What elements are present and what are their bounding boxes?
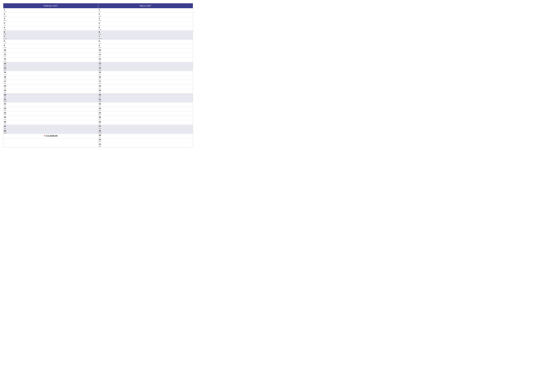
- day-label: 31MER: [99, 143, 104, 147]
- day-row: 6SAB: [98, 31, 193, 35]
- day-label: 23MAR: [4, 107, 9, 111]
- day-number: 11: [4, 53, 9, 56]
- day-label: 27SAB: [99, 125, 104, 129]
- day-number: 9: [99, 44, 104, 47]
- day-row: 10MER: [3, 49, 98, 53]
- day-row: 4GIO: [98, 22, 193, 26]
- month-section-mar2027: Marzo 20271LUN2MAR3MER4GIO5VEN6SAB7DOM8L…: [98, 3, 193, 147]
- day-name: MER: [99, 146, 104, 147]
- day-row: 27SAB: [3, 125, 98, 129]
- day-row: 29LUN: [98, 134, 193, 138]
- day-number: 17: [99, 80, 104, 83]
- day-label: 13SAB: [99, 63, 104, 66]
- day-number: 3: [99, 18, 104, 20]
- day-label: 7DOM: [4, 36, 9, 39]
- day-name: LUN: [4, 43, 9, 44]
- day-label: 28DOM: [4, 130, 9, 133]
- day-number: 1: [99, 8, 104, 11]
- day-label: 3MER: [4, 18, 9, 21]
- day-label: 17MER: [99, 80, 104, 84]
- day-number: 20: [99, 94, 104, 96]
- day-row: 10MER: [98, 49, 193, 53]
- day-label: 8LUN: [99, 40, 104, 44]
- day-row: 21DOM: [3, 98, 98, 102]
- day-name: DOM: [99, 132, 104, 133]
- day-label: 23MAR: [99, 107, 104, 111]
- day-number: 29: [99, 134, 104, 136]
- day-label: 24MER: [99, 112, 104, 115]
- day-name: LUN: [99, 137, 104, 138]
- day-label: 19VEN: [4, 89, 9, 93]
- day-row: 9MAR: [3, 44, 98, 49]
- day-row: 6SAB: [3, 31, 98, 35]
- day-row: 4GIO: [3, 22, 98, 26]
- day-row: 26VEN: [3, 121, 98, 125]
- day-number: 27: [4, 125, 9, 127]
- day-number: 7: [4, 36, 9, 38]
- day-label: 11GIO: [4, 53, 9, 57]
- day-number: 2: [99, 13, 104, 15]
- day-label: 1LUN: [99, 8, 104, 12]
- day-row: 15LUN: [3, 71, 98, 75]
- day-number: 23: [99, 107, 104, 110]
- day-name: LUN: [99, 74, 104, 75]
- day-name: LUN: [99, 106, 104, 107]
- day-row: 8LUN: [3, 40, 98, 44]
- day-name: MAR: [4, 16, 9, 17]
- day-label: 24MER: [4, 112, 9, 115]
- day-label: 12VEN: [99, 58, 104, 62]
- day-name: SAB: [99, 65, 104, 66]
- day-row: 11GIO: [98, 53, 193, 57]
- day-number: 24: [4, 112, 9, 114]
- day-name: MER: [99, 114, 104, 115]
- day-label: 14DOM: [4, 67, 9, 71]
- day-row: 3MER: [98, 17, 193, 22]
- day-number: 3: [4, 18, 9, 20]
- day-name: DOM: [99, 69, 104, 71]
- day-name: MAR: [99, 16, 104, 17]
- day-name: MER: [4, 114, 9, 115]
- day-row: 9MAR: [98, 44, 193, 49]
- day-number: 10: [4, 49, 9, 51]
- day-row: 13SAB: [3, 62, 98, 67]
- day-number: 9: [4, 44, 9, 47]
- day-row: 28DOM: [3, 129, 98, 134]
- day-number: 16: [99, 76, 104, 78]
- day-number: 6: [99, 31, 104, 33]
- day-name: SAB: [4, 96, 9, 98]
- day-number: 4: [99, 22, 104, 24]
- day-label: 22LUN: [99, 103, 104, 106]
- day-row: 12VEN: [98, 57, 193, 62]
- month-section-feb2027: Febbraio 20271LUN2MAR3MER4GIO5VEN6SAB7DO…: [3, 3, 98, 147]
- day-number: 17: [4, 80, 9, 83]
- day-number: 13: [99, 63, 104, 65]
- day-label: 20SAB: [99, 94, 104, 97]
- day-number: 26: [99, 121, 104, 123]
- day-label: 8LUN: [4, 40, 9, 44]
- day-name: VEN: [4, 123, 9, 124]
- day-number: 8: [99, 40, 104, 42]
- day-row: 21DOM: [98, 98, 193, 102]
- day-name: DOM: [99, 38, 104, 39]
- day-name: VEN: [99, 29, 104, 30]
- day-name: MER: [99, 83, 104, 84]
- day-label: 3MER: [99, 18, 104, 21]
- day-row: 3MER: [3, 17, 98, 22]
- day-name: GIO: [99, 119, 104, 120]
- day-number: 19: [99, 89, 104, 92]
- day-name: LUN: [99, 43, 104, 44]
- day-label: 5VEN: [4, 27, 9, 30]
- day-name: LUN: [99, 11, 104, 12]
- day-row: 1LUN: [3, 8, 98, 13]
- day-name: SAB: [99, 34, 104, 35]
- day-label: 29LUN: [99, 134, 104, 138]
- day-number: 25: [99, 116, 104, 118]
- day-label: 6SAB: [4, 31, 9, 35]
- day-row: 14DOM: [3, 67, 98, 71]
- day-number: 16: [4, 76, 9, 78]
- day-number: 5: [4, 27, 9, 29]
- day-number: 31: [99, 143, 104, 145]
- day-number: 8: [4, 40, 9, 42]
- day-number: 28: [4, 130, 9, 132]
- day-row: 7DOM: [98, 35, 193, 40]
